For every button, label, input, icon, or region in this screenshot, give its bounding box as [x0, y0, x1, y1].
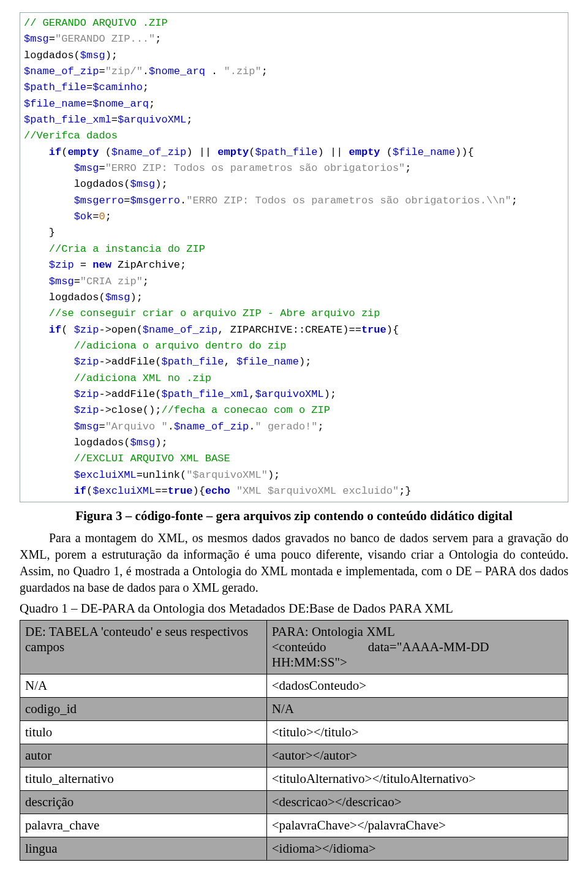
table-cell-left: codigo_id [20, 698, 267, 721]
table-row: palavra_chave<palavraChave></palavraChav… [20, 814, 568, 837]
table-cell-right: <palavraChave></palavraChave> [266, 814, 568, 837]
figure-caption: Figura 3 – código-fonte – gera arquivos … [20, 508, 568, 524]
table-cell-right: PARA: Ontologia XML<conteúdo data="AAAA-… [266, 621, 568, 674]
table-cell-right: <tituloAlternativo></tituloAlternativo> [266, 768, 568, 791]
table-cell-left: titulo_alternativo [20, 768, 267, 791]
table-cell-left: lingua [20, 837, 267, 861]
table-row: autor<autor></autor> [20, 744, 568, 768]
table-row: DE: TABELA 'conteudo' e seus respectivos… [20, 621, 568, 674]
table-row: descrição<descricao></descricao> [20, 791, 568, 814]
table-cell-left: palavra_chave [20, 814, 267, 837]
table-cell-right: N/A [266, 698, 568, 721]
table-cell-left: titulo [20, 721, 267, 744]
table-cell-right: <descricao></descricao> [266, 791, 568, 814]
table-row: N/A<dadosConteudo> [20, 674, 568, 698]
table-row: titulo<titulo></titulo> [20, 721, 568, 744]
table-cell-left: N/A [20, 674, 267, 698]
table-cell-right: <idioma></idioma> [266, 837, 568, 861]
table-cell-right: <autor></autor> [266, 744, 568, 768]
table-title: Quadro 1 – DE-PARA da Ontologia dos Meta… [20, 601, 568, 616]
body-paragraph: Para a montagem do XML, os mesmos dados … [20, 530, 568, 596]
table-cell-right: <titulo></titulo> [266, 721, 568, 744]
code-block: // GERANDO ARQUIVO .ZIP $msg="GERANDO ZI… [20, 12, 568, 502]
table-row: lingua<idioma></idioma> [20, 837, 568, 861]
table-row: titulo_alternativo<tituloAlternativo></t… [20, 768, 568, 791]
table-cell-left: descrição [20, 791, 267, 814]
ontology-table: DE: TABELA 'conteudo' e seus respectivos… [20, 620, 568, 861]
table-row: codigo_idN/A [20, 698, 568, 721]
table-cell-left: autor [20, 744, 267, 768]
table-cell-left: DE: TABELA 'conteudo' e seus respectivos… [20, 621, 267, 674]
table-cell-right: <dadosConteudo> [266, 674, 568, 698]
ontology-table-body: DE: TABELA 'conteudo' e seus respectivos… [20, 621, 568, 861]
